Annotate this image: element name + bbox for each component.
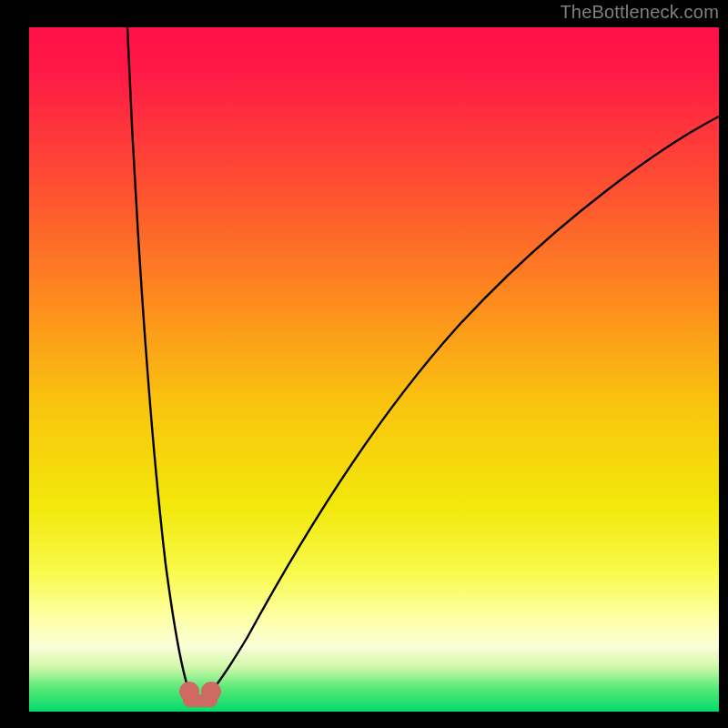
plot-area (29, 27, 719, 712)
chart-frame: TheBottleneck.com (0, 0, 728, 728)
trough-marker-left (179, 682, 199, 702)
trough-marker-right (201, 682, 221, 702)
watermark-label: TheBottleneck.com (560, 2, 719, 23)
plot-svg (29, 27, 719, 712)
